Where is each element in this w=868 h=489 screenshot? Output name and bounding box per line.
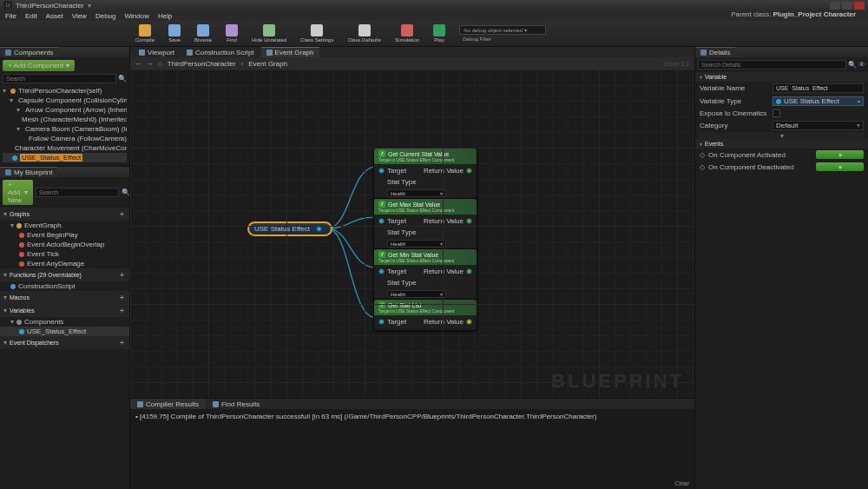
function-node[interactable]: Get Stat ListTarget is USE Status Effect…: [373, 299, 477, 331]
component-tree-item[interactable]: Character Movement (CharMoveComp) (Inher…: [3, 143, 127, 153]
variable-node[interactable]: USE Status Effect: [247, 221, 332, 236]
debug-object-select[interactable]: No debug object selected ▾: [459, 25, 546, 35]
enum-select[interactable]: Health: [387, 290, 446, 298]
add-component-button[interactable]: + Add Component ▾: [3, 60, 75, 71]
input-pin[interactable]: [378, 168, 385, 174]
bp-section-graphs[interactable]: ▾Graphs＋: [0, 208, 129, 221]
results-tab-find-results[interactable]: Find Results: [206, 399, 266, 409]
expose-cinematics-checkbox[interactable]: [773, 109, 780, 117]
component-tree-item[interactable]: USE_Status_Effect: [3, 153, 127, 162]
menu-debug[interactable]: Debug: [95, 12, 116, 20]
details-category-variable[interactable]: Variable: [695, 72, 868, 82]
add-icon[interactable]: ＋: [118, 208, 126, 220]
output-pin[interactable]: [466, 319, 472, 325]
clear-button[interactable]: Clear: [674, 480, 689, 486]
class-settings-button[interactable]: Class Settings: [295, 23, 339, 43]
home-icon[interactable]: ⌂: [158, 60, 162, 68]
output-pin[interactable]: [466, 218, 472, 224]
mode-tab-event-graph[interactable]: Event Graph: [261, 47, 319, 57]
menu-file[interactable]: File: [5, 12, 16, 20]
event-row: ◇On Component Activated＋: [695, 149, 868, 161]
output-pin[interactable]: [466, 168, 472, 174]
nav-forward-button[interactable]: →: [146, 60, 153, 68]
bp-item-icon: [19, 233, 24, 238]
minimize-button[interactable]: [830, 2, 840, 10]
add-icon[interactable]: ＋: [118, 269, 126, 281]
save-button[interactable]: Save: [163, 23, 186, 43]
search-icon[interactable]: 🔍: [122, 188, 130, 197]
breadcrumb-item[interactable]: ThirdPersonCharacter: [168, 60, 236, 68]
function-node[interactable]: Get Current Stat ValueTarget is USE Stat…: [373, 148, 477, 202]
function-node[interactable]: Get Min Stat ValueTarget is USE Status E…: [373, 248, 477, 303]
bp-item[interactable]: Event AnyDamage: [0, 259, 129, 268]
expand-divider[interactable]: ▾: [699, 132, 865, 139]
chevron-down-icon: ▾: [66, 62, 69, 69]
hide-unrelated-button[interactable]: Hide Unrelated: [247, 23, 292, 43]
breadcrumb-item[interactable]: Event Graph: [248, 60, 287, 68]
close-button[interactable]: [854, 2, 865, 10]
bp-item[interactable]: ConstructionScript: [0, 281, 129, 291]
add-icon[interactable]: ＋: [118, 305, 126, 316]
search-icon[interactable]: 🔍: [118, 75, 127, 83]
bp-item[interactable]: Event Tick: [0, 249, 129, 259]
add-event-button[interactable]: ＋: [816, 162, 864, 171]
component-tree-item[interactable]: Follow Camera (FollowCamera) (Inherited): [3, 134, 127, 143]
function-node[interactable]: Get Max Stat ValueTarget is USE Status E…: [373, 198, 477, 253]
bp-section-variables[interactable]: ▾Variables＋: [0, 304, 129, 317]
menu-edit[interactable]: Edit: [25, 12, 37, 20]
add-icon[interactable]: ＋: [118, 337, 126, 348]
compile-button[interactable]: Compile: [130, 23, 160, 43]
search-icon[interactable]: 🔍: [848, 61, 857, 69]
enum-select[interactable]: Health: [387, 240, 446, 248]
details-category-events[interactable]: Events: [695, 139, 868, 149]
add-new-button[interactable]: + Add New ▾: [3, 180, 33, 205]
output-pin[interactable]: [466, 268, 472, 274]
event-graph-canvas[interactable]: BLUEPRINT USE Status EffectGet Current S…: [130, 69, 694, 398]
component-tree-item[interactable]: ▾Camera Boom (CameraBoom) (Inherited): [3, 124, 127, 134]
mode-tab-construction-script[interactable]: Construction Script: [181, 47, 260, 57]
category-select[interactable]: Default▾: [773, 121, 864, 130]
class-defaults-button[interactable]: Class Defaults: [342, 23, 386, 43]
simulation-button[interactable]: Simulation: [390, 23, 424, 43]
bp-section-functions[interactable]: ▾Functions (29 Overridable)＋: [0, 268, 129, 281]
bp-item[interactable]: USE_Status_Effect: [0, 327, 129, 336]
menu-view[interactable]: View: [72, 12, 87, 20]
results-tab-compiler-results[interactable]: Compiler Results: [130, 399, 206, 409]
find-button[interactable]: Find: [220, 23, 243, 43]
view-options-icon[interactable]: 👁: [858, 61, 865, 69]
menu-window[interactable]: Window: [124, 12, 148, 20]
add-icon[interactable]: ＋: [118, 292, 126, 303]
add-event-button[interactable]: ＋: [816, 150, 864, 159]
browse-button[interactable]: Browse: [189, 23, 217, 43]
bp-section-event[interactable]: ▾Event Dispatchers＋: [0, 336, 129, 349]
variable-type-select[interactable]: USE Status Effect: [773, 96, 864, 106]
component-tree-item[interactable]: ▾Capsule Component (CollisionCylinder) (…: [3, 96, 127, 105]
blueprint-search-input[interactable]: [36, 188, 119, 197]
nav-back-button[interactable]: ←: [135, 60, 142, 68]
variable-name-input[interactable]: [773, 83, 864, 93]
menu-help[interactable]: Help: [158, 12, 172, 20]
bp-item[interactable]: Event ActorBeginOverlap: [0, 240, 129, 249]
input-pin[interactable]: [378, 319, 385, 325]
component-tree-item[interactable]: ▾ThirdPersonCharacter(self): [3, 86, 127, 96]
menu-asset[interactable]: Asset: [46, 12, 63, 20]
component-tree-item[interactable]: Mesh (CharacterMesh0) (Inherited): [3, 115, 127, 124]
input-pin[interactable]: [378, 218, 385, 224]
bp-item[interactable]: ▾EventGraph: [0, 221, 129, 230]
enum-select[interactable]: Health: [387, 189, 446, 197]
bp-section-macros[interactable]: ▾Macros＋: [0, 291, 129, 304]
parent-class-link[interactable]: Parent class: Plugin_Project Character: [731, 10, 856, 18]
play-button[interactable]: Play: [428, 23, 450, 43]
bp-item[interactable]: Event BeginPlay: [0, 230, 129, 240]
maximize-button[interactable]: [842, 2, 852, 10]
my-blueprint-tab[interactable]: My Blueprint: [0, 167, 129, 177]
bp-item[interactable]: ▾Components: [0, 317, 129, 327]
components-panel-tab[interactable]: Components: [0, 47, 129, 57]
details-search-input[interactable]: [698, 60, 846, 69]
input-pin[interactable]: [378, 268, 385, 274]
output-pin[interactable]: [316, 226, 322, 232]
component-tree-item[interactable]: ▾Arrow Component (Arrow) (Inherited): [3, 105, 127, 115]
mode-tab-viewport[interactable]: Viewport: [134, 47, 180, 57]
details-panel-tab[interactable]: Details: [695, 47, 868, 57]
components-search-input[interactable]: [3, 74, 116, 83]
